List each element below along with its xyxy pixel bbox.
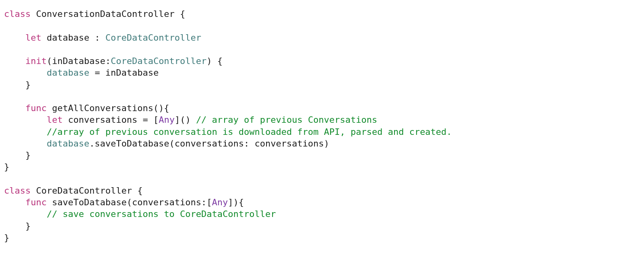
keyword-class: class	[4, 186, 31, 196]
keyword-func: func	[25, 197, 47, 207]
func-sig: saveToDatabase(conversations:[	[47, 197, 212, 207]
keyword-class: class	[4, 9, 31, 19]
class-name: ConversationDataController {	[31, 9, 185, 19]
type-any: Any	[159, 115, 175, 125]
func-sig-end: ]){	[228, 197, 244, 207]
brace: }	[25, 80, 31, 90]
keyword-let: let	[25, 33, 41, 43]
member-ref: database	[47, 68, 89, 78]
keyword-func: func	[25, 103, 47, 113]
comment: //array of previous conversation is down…	[47, 127, 452, 137]
type-any: Any	[212, 197, 228, 207]
type-name: CoreDataController	[111, 56, 206, 66]
code-block: class ConversationDataController { let d…	[4, 8, 640, 244]
type-name: CoreDataController	[105, 33, 201, 43]
keyword-init: init	[25, 56, 47, 66]
var-decl: database :	[41, 33, 105, 43]
member-ref: database	[47, 138, 89, 149]
brace: }	[25, 221, 31, 231]
init-sig-end: ) {	[206, 56, 223, 66]
brace: }	[4, 162, 9, 172]
brace: }	[25, 150, 31, 160]
comment: // array of previous Conversations	[196, 115, 377, 125]
comment: // save conversations to CoreDataControl…	[47, 209, 276, 219]
expr: ]()	[175, 115, 196, 125]
func-sig: getAllConversations(){	[47, 103, 169, 113]
brace: }	[4, 233, 9, 243]
assign: = inDatabase	[89, 68, 159, 78]
class-name: CoreDataController {	[31, 186, 142, 196]
init-sig: (inDatabase:	[47, 56, 111, 66]
keyword-let: let	[47, 115, 63, 125]
expr: conversations = [	[63, 115, 159, 125]
call: .saveToDatabase(conversations: conversat…	[89, 138, 329, 149]
